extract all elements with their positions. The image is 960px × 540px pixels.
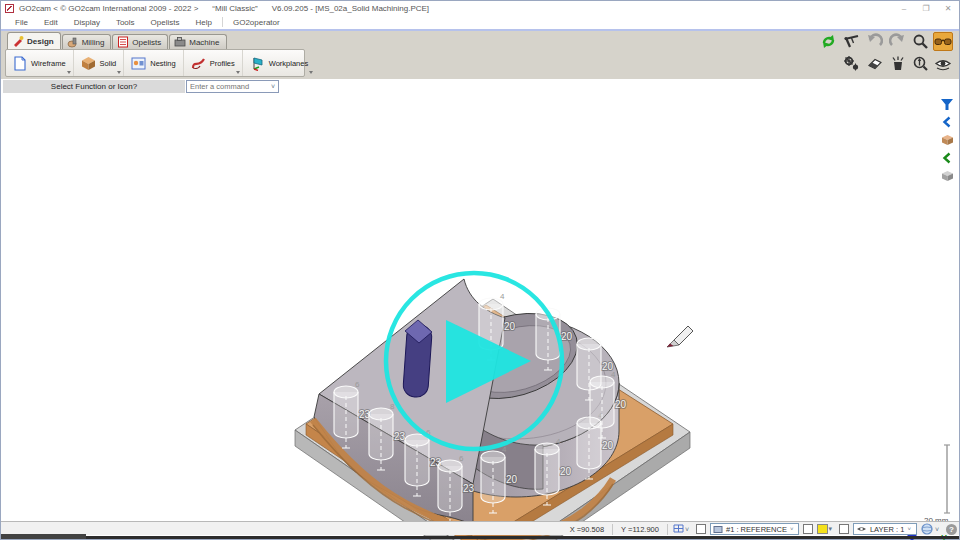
refresh-icon[interactable] xyxy=(818,32,838,51)
eye-icon xyxy=(856,525,867,533)
simulation-icon[interactable] xyxy=(841,54,861,73)
minimize-button[interactable]: – xyxy=(893,2,915,15)
workplane-checkbox[interactable] xyxy=(803,524,813,534)
menu-separator xyxy=(222,17,223,27)
x-coordinate: X =90.508 xyxy=(566,525,608,534)
hole-diameter-label: 20 xyxy=(506,474,518,485)
ribbon: Design Milling Opelists Machine Wirefram… xyxy=(1,31,959,79)
menu-tools[interactable]: Tools xyxy=(108,18,143,27)
command-input[interactable] xyxy=(187,82,265,91)
grid-checkbox[interactable] xyxy=(696,524,706,534)
workplane-icon xyxy=(713,525,723,534)
hole-point-label: 6 xyxy=(355,380,360,389)
workplane-value: #1 : REFERENCE xyxy=(726,525,787,534)
menu-go2operator[interactable]: GO2operator xyxy=(225,18,288,27)
tab-design[interactable]: Design xyxy=(7,32,61,49)
chevron-down-icon: ˅ xyxy=(935,526,939,533)
menu-help[interactable]: Help xyxy=(188,18,220,27)
gray-solid-icon[interactable] xyxy=(939,169,955,183)
chevron-down-icon[interactable]: ˅ xyxy=(271,83,275,90)
tab-milling[interactable]: Milling xyxy=(62,34,112,49)
collapse-left-blue-icon[interactable] xyxy=(939,115,955,129)
viewport-canvas[interactable]: 2362382362362042042042042020204 20 mm Z … xyxy=(1,93,960,540)
chevron-down-icon: ˅ xyxy=(907,526,911,532)
filter-icon[interactable] xyxy=(939,97,955,111)
scale-bar: 20 mm xyxy=(924,445,950,525)
hole-point-label: 4 xyxy=(556,437,561,446)
video-progress-track[interactable] xyxy=(1,536,959,539)
hole-diameter-label: 20 xyxy=(561,331,573,342)
title-bar: GO2cam < © GO2cam International 2009 - 2… xyxy=(1,1,959,15)
command-combo[interactable]: ˅ xyxy=(186,80,279,93)
menu-display[interactable]: Display xyxy=(66,18,108,27)
menu-bar: File Edit Display Tools Opelists Help GO… xyxy=(1,15,959,29)
nesting-button[interactable]: Nesting xyxy=(124,50,183,76)
menu-opelists[interactable]: Opelists xyxy=(143,18,188,27)
workplanes-button[interactable]: Workplanes xyxy=(243,50,315,76)
milling-icon xyxy=(67,36,79,48)
tab-label: Design xyxy=(27,37,54,46)
color-swatch xyxy=(817,524,828,534)
machine-icon xyxy=(174,36,186,48)
color-picker[interactable]: ▾ xyxy=(817,524,835,534)
dropdown-caret[interactable] xyxy=(117,71,121,74)
window-title: GO2cam < © GO2cam International 2009 - 2… xyxy=(19,4,198,13)
tool-label: Nesting xyxy=(150,59,175,68)
wireframe-icon xyxy=(13,56,27,71)
command-prompt-label: Select Function or Icon? xyxy=(3,80,185,93)
command-bar: Select Function or Icon? ˅ xyxy=(1,80,959,94)
profiles-button[interactable]: Profiles xyxy=(184,50,243,76)
hole-diameter-label: 20 xyxy=(560,466,572,477)
solid-button[interactable]: Solid xyxy=(74,50,125,76)
ribbon-tabs: Design Milling Opelists Machine xyxy=(7,32,228,49)
undo-icon[interactable] xyxy=(864,32,884,51)
view-sphere-button[interactable]: ˅ xyxy=(921,523,942,535)
menu-edit[interactable]: Edit xyxy=(36,18,66,27)
hole-point-label: 4 xyxy=(500,292,505,301)
view-glasses-icon[interactable] xyxy=(933,32,953,51)
solid-body-icon[interactable] xyxy=(939,133,955,147)
collapse-left-green-icon[interactable] xyxy=(939,151,955,165)
tab-opelists[interactable]: Opelists xyxy=(112,34,168,49)
material-remove-icon[interactable] xyxy=(887,54,907,73)
tab-label: Opelists xyxy=(132,38,161,47)
chevron-down-icon: ˅ xyxy=(685,526,689,533)
menu-file[interactable]: File xyxy=(7,18,36,27)
slot-feature xyxy=(403,320,433,398)
zoom-search-icon[interactable] xyxy=(910,32,930,51)
tab-machine[interactable]: Machine xyxy=(169,34,226,49)
color-checkbox[interactable] xyxy=(839,524,849,534)
status-bar: X =90.508 Y =112.900 ˅ #1 : REFERENCE ˅ … xyxy=(1,521,959,535)
hole-diameter-label: 23 xyxy=(463,483,475,494)
tool-label: Wireframe xyxy=(31,59,66,68)
solid-icon xyxy=(81,56,96,71)
quick-icons-row1 xyxy=(818,32,953,51)
wireframe-button[interactable]: Wireframe xyxy=(6,50,74,76)
hole-diameter-label: 23 xyxy=(394,431,406,442)
close-button[interactable]: ✕ xyxy=(937,2,959,15)
nesting-icon xyxy=(131,57,146,70)
caliper-icon[interactable] xyxy=(841,32,861,51)
workplane-select[interactable]: #1 : REFERENCE ˅ xyxy=(710,523,799,535)
app-window: GO2cam < © GO2cam International 2009 - 2… xyxy=(0,0,960,540)
chevron-down-icon: ▾ xyxy=(828,525,832,533)
hole-point-label: 6 xyxy=(459,454,464,463)
help-button[interactable]: ? xyxy=(946,524,957,535)
tab-label: Machine xyxy=(189,38,219,47)
maximize-button[interactable]: ❐ xyxy=(915,2,937,15)
design-tool-panel: Wireframe Solid Nesting Profiles Workpla… xyxy=(5,49,305,77)
eraser-icon[interactable] xyxy=(864,54,884,73)
tab-label: Milling xyxy=(82,38,105,47)
dropdown-caret[interactable] xyxy=(236,71,240,74)
design-icon xyxy=(12,35,24,47)
dropdown-caret[interactable] xyxy=(67,71,71,74)
zoom-fit-icon[interactable] xyxy=(910,54,930,73)
redo-icon[interactable] xyxy=(887,32,907,51)
video-progress-played[interactable] xyxy=(1,534,86,539)
layer-select[interactable]: LAYER : 1 ˅ xyxy=(853,523,917,535)
viewport[interactable]: 2362382362362042042042042020204 20 mm Z … xyxy=(1,93,959,523)
grid-toggle-button[interactable]: ˅ xyxy=(672,523,692,535)
dropdown-caret[interactable] xyxy=(309,71,313,74)
workplanes-icon xyxy=(250,56,265,71)
dynamic-view-icon[interactable] xyxy=(933,54,953,73)
